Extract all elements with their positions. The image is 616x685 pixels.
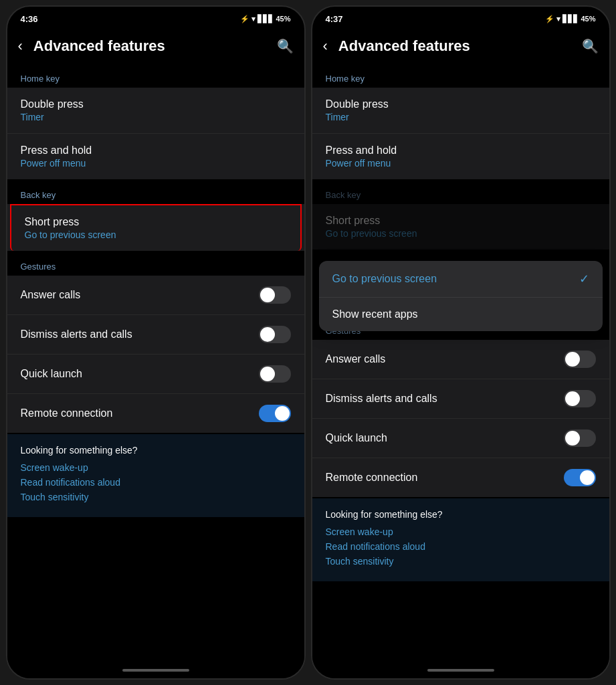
remote-connection-toggle-left[interactable] bbox=[259, 405, 291, 422]
signal-icon: ▋▋▋ bbox=[258, 15, 274, 23]
remote-connection-item-left[interactable]: Remote connection bbox=[7, 394, 304, 433]
quick-launch-item-left[interactable]: Quick launch bbox=[7, 355, 304, 394]
dismiss-alerts-toggle-right[interactable] bbox=[564, 390, 596, 407]
press-hold-label-left: Press and hold bbox=[21, 144, 92, 157]
home-bar-right bbox=[427, 669, 494, 672]
content-left: Home key Double press Timer Press and ho… bbox=[7, 64, 304, 664]
press-hold-text-left: Press and hold Power off menu bbox=[21, 144, 92, 169]
footer-link-3-left[interactable]: Touch sensitivity bbox=[21, 492, 291, 502]
gestures-section-right: Gestures Answer calls Dismiss alerts and… bbox=[312, 316, 609, 497]
gestures-label-left: Gestures bbox=[7, 252, 304, 276]
footer-link-2-right[interactable]: Read notifications aloud bbox=[326, 541, 596, 552]
status-bar-right: 4:37 ⚡ ▾ ▋▋▋ 45% bbox=[312, 7, 609, 28]
short-press-label-right: Short press bbox=[326, 215, 417, 227]
answer-calls-toggle-left[interactable] bbox=[259, 286, 291, 304]
double-press-item-right[interactable]: Double press Timer bbox=[312, 88, 609, 134]
quick-launch-toggle-switch-left[interactable] bbox=[259, 365, 291, 383]
home-indicator-right bbox=[312, 664, 609, 678]
remote-connection-item-right[interactable]: Remote connection bbox=[312, 458, 609, 497]
footer-link-1-right[interactable]: Screen wake-up bbox=[326, 526, 596, 537]
quick-launch-label-right: Quick launch bbox=[326, 432, 388, 444]
gestures-items-right: Answer calls Dismiss alerts and calls bbox=[312, 340, 609, 497]
remote-connection-toggle-right[interactable] bbox=[564, 469, 596, 486]
short-press-item-left[interactable]: Short press Go to previous screen bbox=[10, 204, 302, 251]
footer-link-3-right[interactable]: Touch sensitivity bbox=[326, 556, 596, 567]
home-key-items-right: Double press Timer Press and hold Power … bbox=[312, 88, 609, 179]
press-hold-item-right[interactable]: Press and hold Power off menu bbox=[312, 134, 609, 179]
quick-launch-item-right[interactable]: Quick launch bbox=[312, 419, 609, 458]
back-button-left[interactable]: ‹ bbox=[13, 35, 28, 58]
top-bar-left: ‹ Advanced features 🔍 bbox=[7, 28, 304, 64]
footer-left: Looking for something else? Screen wake-… bbox=[7, 434, 304, 517]
back-button-right[interactable]: ‹ bbox=[318, 35, 333, 58]
footer-link-1-left[interactable]: Screen wake-up bbox=[21, 462, 291, 473]
double-press-item-left[interactable]: Double press Timer bbox=[7, 88, 304, 134]
gestures-section-left: Gestures Answer calls Dismiss alerts and… bbox=[7, 252, 304, 433]
dismiss-alerts-item-left[interactable]: Dismiss alerts and calls bbox=[7, 315, 304, 355]
quick-launch-toggle-right[interactable] bbox=[564, 429, 596, 447]
check-icon: ✓ bbox=[579, 272, 589, 286]
quick-launch-toggle-left[interactable] bbox=[259, 365, 291, 383]
back-key-section-left: Back key Short press Go to previous scre… bbox=[7, 181, 304, 251]
home-key-section-left: Home key Double press Timer Press and ho… bbox=[7, 64, 304, 179]
dropdown-option-go-back[interactable]: Go to previous screen ✓ bbox=[319, 261, 603, 298]
search-icon-right[interactable]: 🔍 bbox=[582, 38, 599, 54]
short-press-dropdown[interactable]: Go to previous screen ✓ Show recent apps bbox=[319, 261, 603, 331]
short-press-sublabel-left: Go to previous screen bbox=[25, 229, 116, 240]
dropdown-option-recent-apps[interactable]: Show recent apps bbox=[319, 298, 603, 331]
search-icon-left[interactable]: 🔍 bbox=[277, 38, 294, 54]
quick-launch-toggle-switch-right[interactable] bbox=[564, 429, 596, 447]
double-press-label-right: Double press bbox=[326, 98, 389, 110]
bluetooth-icon-right: ⚡ bbox=[545, 15, 554, 23]
short-press-item-right[interactable]: Short press Go to previous screen bbox=[312, 204, 609, 250]
answer-calls-toggle-switch-left[interactable] bbox=[259, 286, 291, 304]
time-left: 4:36 bbox=[21, 14, 38, 24]
footer-right: Looking for something else? Screen wake-… bbox=[312, 498, 609, 581]
time-right: 4:37 bbox=[326, 14, 343, 24]
press-hold-item-left[interactable]: Press and hold Power off menu bbox=[7, 134, 304, 179]
answer-calls-item-left[interactable]: Answer calls bbox=[7, 276, 304, 315]
back-key-label-right: Back key bbox=[312, 181, 609, 204]
answer-calls-toggle-right[interactable] bbox=[564, 351, 596, 368]
dismiss-alerts-label-left: Dismiss alerts and calls bbox=[21, 328, 132, 340]
short-press-text-left: Short press Go to previous screen bbox=[25, 216, 116, 240]
signal-icon-right: ▋▋▋ bbox=[562, 15, 579, 23]
left-phone: 4:36 ⚡ ▾ ▋▋▋ 45% ‹ Advanced features 🔍 H… bbox=[6, 5, 306, 680]
back-key-label-left: Back key bbox=[7, 181, 304, 204]
remote-connection-label-left: Remote connection bbox=[21, 407, 113, 419]
remote-connection-label-right: Remote connection bbox=[326, 472, 418, 484]
answer-calls-toggle-switch-right[interactable] bbox=[564, 351, 596, 368]
dismiss-alerts-toggle-left[interactable] bbox=[259, 326, 291, 343]
answer-calls-item-right[interactable]: Answer calls bbox=[312, 340, 609, 379]
battery-right: 45% bbox=[581, 15, 595, 23]
dismiss-alerts-item-right[interactable]: Dismiss alerts and calls bbox=[312, 379, 609, 419]
double-press-sublabel-right: Timer bbox=[326, 112, 389, 122]
press-hold-label-right: Press and hold bbox=[326, 144, 397, 157]
status-icons-right: ⚡ ▾ ▋▋▋ 45% bbox=[545, 15, 595, 23]
double-press-text-left: Double press Timer bbox=[21, 98, 84, 122]
status-icons-left: ⚡ ▾ ▋▋▋ 45% bbox=[240, 15, 290, 23]
footer-link-2-left[interactable]: Read notifications aloud bbox=[21, 477, 291, 488]
footer-title-left: Looking for something else? bbox=[21, 445, 291, 456]
right-phone: 4:37 ⚡ ▾ ▋▋▋ 45% ‹ Advanced features 🔍 H… bbox=[311, 5, 611, 680]
home-key-items-left: Double press Timer Press and hold Power … bbox=[7, 88, 304, 179]
press-hold-sublabel-right: Power off menu bbox=[326, 158, 397, 169]
home-key-label-left: Home key bbox=[7, 64, 304, 88]
footer-title-right: Looking for something else? bbox=[326, 509, 596, 520]
battery-left: 45% bbox=[276, 15, 290, 23]
top-bar-right: ‹ Advanced features 🔍 bbox=[312, 28, 609, 64]
remote-connection-toggle-switch-left[interactable] bbox=[259, 405, 291, 422]
content-right: Home key Double press Timer Press and ho… bbox=[312, 64, 609, 664]
back-key-items-right: Short press Go to previous screen bbox=[312, 204, 609, 250]
wifi-icon: ▾ bbox=[251, 15, 255, 23]
short-press-label-left: Short press bbox=[25, 216, 116, 228]
dropdown-option-recent-apps-label: Show recent apps bbox=[332, 308, 418, 320]
remote-connection-toggle-switch-right[interactable] bbox=[564, 469, 596, 486]
dismiss-alerts-toggle-switch-left[interactable] bbox=[259, 326, 291, 343]
dropdown-option-go-back-label: Go to previous screen bbox=[332, 273, 437, 285]
short-press-sublabel-right: Go to previous screen bbox=[326, 228, 417, 239]
wifi-icon-right: ▾ bbox=[556, 15, 560, 23]
press-hold-sublabel-left: Power off menu bbox=[21, 158, 92, 169]
dismiss-alerts-toggle-switch-right[interactable] bbox=[564, 390, 596, 407]
bluetooth-icon: ⚡ bbox=[240, 15, 249, 23]
